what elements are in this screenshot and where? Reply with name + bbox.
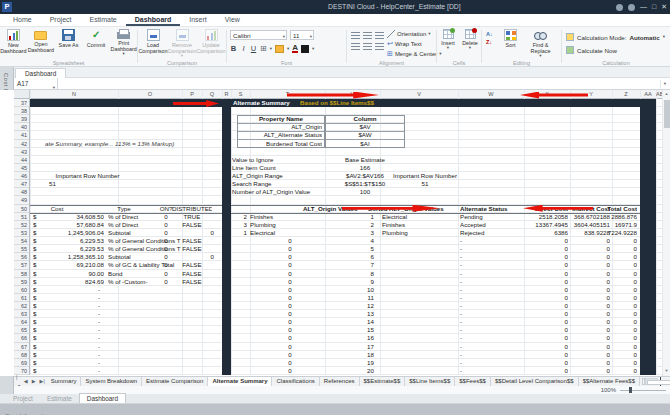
row-header-37[interactable]: 37 [14, 99, 27, 107]
row-header-67[interactable]: 67 [14, 343, 27, 351]
row-header-58[interactable]: 58 [14, 270, 27, 278]
cost-zero-cell[interactable]: 0 [524, 359, 568, 367]
cost-zero-cell[interactable]: 0 [598, 334, 637, 342]
delete-cells-button[interactable]: Delete ▾ [460, 29, 481, 50]
select-all-corner[interactable] [14, 90, 30, 99]
sheet-tab-summary[interactable]: Summary [47, 377, 82, 386]
cost-zero-cell[interactable]: 0 [598, 286, 637, 294]
sheet-tab-references[interactable]: References [320, 377, 360, 386]
vertical-scrollbar[interactable] [662, 90, 670, 376]
vertical-scrollbar-thumb[interactable] [664, 100, 670, 128]
formula-bar-expand-button[interactable]: ▾ [660, 80, 669, 88]
sorted-num-cell[interactable]: 18 [340, 351, 374, 359]
distributed-cell[interactable]: FALSE [172, 221, 212, 229]
sheet-tab-line-items[interactable]: $$Line Items$$ [405, 377, 455, 386]
column-header-aa[interactable]: AA [640, 90, 656, 99]
next-sheet-button[interactable]: ▶ [30, 377, 38, 386]
minimize-button[interactable]: — [640, 0, 647, 14]
origin-cell[interactable]: Electrical [250, 229, 320, 237]
menu-tab-estimate[interactable]: Estimate [80, 14, 125, 26]
origin-num-cell[interactable]: 2 [233, 213, 247, 221]
font-color-button[interactable]: A [292, 44, 298, 53]
cell-color-button[interactable] [301, 45, 309, 53]
sheet-tab-fees[interactable]: $$Fees$$ [455, 377, 491, 386]
origin-num-cell[interactable]: 0 [276, 294, 304, 302]
cost-cell[interactable]: - [50, 302, 100, 310]
sort-button[interactable]: Sort [499, 29, 523, 58]
property-name-cell[interactable]: ALT_Origin [237, 123, 322, 131]
row-header-38[interactable]: 38 [14, 107, 27, 115]
sorted-num-cell[interactable]: 9 [340, 278, 374, 286]
sheet-tab-alternate-fees[interactable]: $$Alternate Fees$$ [579, 377, 640, 386]
origin-num-cell[interactable]: 0 [276, 253, 304, 261]
row-header-46[interactable]: 46 [14, 172, 27, 180]
cost-cell[interactable]: 824.69 [38, 278, 104, 286]
cost-cell[interactable]: 1,245,906.04 [38, 229, 104, 237]
sorted-num-cell[interactable]: 13 [340, 310, 374, 318]
sheet-tab-classifications[interactable]: Classifications [272, 377, 319, 386]
cost-zero-cell[interactable]: 0 [598, 237, 637, 245]
update-comparison-button[interactable]: Update Comparison [197, 29, 225, 58]
sort-descending-icon[interactable]: Z↓ [486, 39, 493, 45]
cost-cell[interactable]: 69,210.08 [38, 261, 104, 269]
row-header-56[interactable]: 56 [14, 253, 27, 261]
menu-tab-view[interactable]: View [216, 14, 249, 26]
cost-cell[interactable]: - [50, 351, 100, 359]
cost-zero-cell[interactable]: 0 [598, 318, 637, 326]
orientation-button[interactable]: Orientation ▾ [387, 30, 431, 38]
origin-num-cell[interactable]: 0 [276, 302, 304, 310]
cost-zero-cell[interactable]: 0 [598, 351, 637, 359]
cost-cell[interactable]: 90.00 [38, 270, 104, 278]
row-header-63[interactable]: 63 [14, 310, 27, 318]
cost-zero-cell[interactable]: 0 [524, 237, 568, 245]
font-size-select[interactable]: 11▾ [290, 30, 314, 40]
status-cell[interactable]: - [460, 237, 480, 245]
menu-tab-insert[interactable]: Insert [180, 14, 216, 26]
distributed-cell[interactable]: 0 [180, 229, 214, 237]
status-cell[interactable]: - [460, 310, 480, 318]
cost-zero-cell[interactable]: 0 [524, 286, 568, 294]
info-label-cell[interactable]: ALT_Origin Range [232, 172, 324, 180]
cost-zero-cell[interactable]: 0 [598, 343, 637, 351]
origin-num-cell[interactable]: 0 [276, 367, 304, 375]
origin-num-cell[interactable]: 0 [276, 343, 304, 351]
sorted-num-cell[interactable]: 19 [340, 359, 374, 367]
sheet-tab-estimate[interactable]: $$Estimate$$ [360, 377, 406, 386]
cost-table-header[interactable]: Cost [30, 205, 84, 213]
last-sheet-button[interactable]: ▶| [38, 377, 47, 386]
origin-cell[interactable]: Finishes [250, 213, 320, 221]
property-column-cell[interactable]: $AV [325, 123, 405, 131]
row-header-45[interactable]: 45 [14, 164, 27, 172]
origin-num-cell[interactable]: 0 [276, 326, 304, 334]
sorted-num-cell[interactable]: 4 [340, 237, 374, 245]
currency-cell[interactable]: $ [33, 286, 41, 294]
distributed-cell[interactable]: FALSE [172, 261, 212, 269]
align-left-icon[interactable] [351, 43, 360, 50]
zoom-slider[interactable] [620, 390, 666, 391]
status-cell[interactable]: - [460, 359, 480, 367]
sheet-tab-system-breakdown[interactable]: System Breakdown [81, 377, 142, 386]
cost-zero-cell[interactable]: 0 [598, 270, 637, 278]
align-bottom-icon[interactable] [375, 32, 384, 39]
origin-num-cell[interactable]: 3 [233, 221, 247, 229]
cost-zero-cell[interactable]: 0 [598, 245, 637, 253]
origin-num-cell[interactable]: 0 [276, 286, 304, 294]
sorted-num-cell[interactable]: 12 [340, 302, 374, 310]
currency-cell[interactable]: $ [33, 294, 41, 302]
sheet-tab-detail-level-comparison[interactable]: $$Detail Level Comparison$$ [491, 377, 579, 386]
currency-cell[interactable]: $ [33, 343, 41, 351]
currency-cell[interactable]: $ [33, 318, 41, 326]
note-cell[interactable]: ate Summary, example... 113% = 13% Marku… [45, 140, 215, 148]
sheet-tab-alternate-summary[interactable]: Alternate Summary [208, 377, 272, 386]
cost-cell[interactable]: - [50, 310, 100, 318]
cost-cell[interactable]: - [50, 359, 100, 367]
column-header-ab[interactable]: AB [656, 90, 662, 99]
status-cell[interactable]: - [460, 261, 480, 269]
on-cell[interactable]: 0 [150, 229, 182, 237]
row-header-50[interactable]: 50 [14, 205, 27, 213]
distributed-cell[interactable]: FALSE [172, 237, 212, 245]
horizontal-scrollbar-thumb[interactable] [647, 380, 670, 385]
column-header-r[interactable]: R [222, 90, 231, 99]
row-header-53[interactable]: 53 [14, 229, 27, 237]
sorted-num-cell[interactable]: 16 [340, 334, 374, 342]
